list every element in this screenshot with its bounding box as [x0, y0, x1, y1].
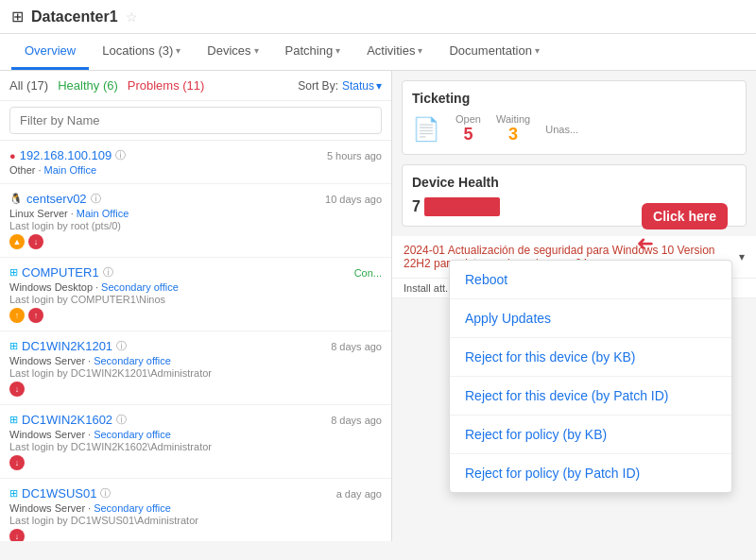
- sort-section: Sort By: Status ▾: [298, 79, 382, 93]
- device-login: Last login by COMPUTER1\Ninos: [9, 294, 382, 305]
- device-list: ● 192.168.100.109 ⓘ 5 hours ago Other · …: [0, 141, 391, 541]
- tab-locations[interactable]: Locations (3) ▾: [89, 34, 194, 70]
- list-item[interactable]: ⊞ DC1WSUS01 ⓘ a day ago Windows Server ·…: [0, 479, 391, 541]
- main-content: All (17) Healthy (6) Problems (11) Sort …: [0, 71, 756, 541]
- tab-patching[interactable]: Patching ▾: [272, 34, 354, 70]
- waiting-value: 3: [496, 125, 530, 144]
- ticket-waiting-stat: Waiting 3: [496, 113, 530, 144]
- nav-tabs: Overview Locations (3) ▾ Devices ▾ Patch…: [0, 34, 756, 71]
- device-type: Linux Server: [9, 208, 68, 219]
- tab-devices[interactable]: Devices ▾: [194, 34, 271, 70]
- windows-icon: ⊞: [9, 487, 18, 500]
- chevron-down-icon: ▾: [176, 45, 180, 56]
- filter-healthy[interactable]: Healthy (6): [58, 78, 118, 93]
- linux-icon: 🐧: [9, 193, 23, 205]
- sort-button[interactable]: Status ▾: [342, 79, 382, 93]
- windows-icon: ⊞: [9, 266, 18, 279]
- info-icon[interactable]: ⓘ: [116, 339, 127, 353]
- dropdown-reject-policy-patch[interactable]: Reject for policy (by Patch ID): [450, 454, 731, 492]
- info-icon[interactable]: ⓘ: [103, 265, 113, 280]
- info-icon[interactable]: ⓘ: [100, 486, 111, 501]
- left-panel: All (17) Healthy (6) Problems (11) Sort …: [0, 71, 392, 541]
- warning-icon: ▲: [9, 234, 25, 249]
- tab-overview[interactable]: Overview: [11, 34, 89, 70]
- tab-documentation[interactable]: Documentation ▾: [436, 34, 552, 70]
- page-title: Datacenter1: [31, 8, 118, 25]
- filter-problems[interactable]: Problems (11): [128, 78, 205, 93]
- device-type: Windows Desktop: [9, 281, 93, 293]
- tab-activities[interactable]: Activities ▾: [353, 34, 436, 70]
- info-icon[interactable]: ⓘ: [91, 192, 101, 206]
- open-label: Open: [455, 113, 481, 125]
- error-icon: ↑: [28, 308, 43, 323]
- search-input[interactable]: [9, 107, 382, 134]
- update-icon: ↑: [9, 308, 25, 323]
- dropdown-reboot[interactable]: Reboot: [450, 261, 731, 299]
- info-icon[interactable]: ⓘ: [115, 148, 126, 162]
- list-item[interactable]: ⊞ COMPUTER1 ⓘ Con... Windows Desktop · S…: [0, 258, 391, 331]
- list-item[interactable]: 🐧 centserv02 ⓘ 10 days ago Linux Server …: [0, 184, 391, 258]
- install-att-label: Install att...: [404, 282, 454, 294]
- device-login: Last login by root (pts/0): [9, 220, 382, 231]
- device-status: Con...: [354, 267, 382, 279]
- ticketing-card: Ticketing 📄 Open 5 Waiting 3 Unas...: [402, 80, 747, 155]
- device-time: 5 hours ago: [327, 150, 382, 161]
- device-office[interactable]: Secondary office: [101, 281, 179, 293]
- ticketing-title: Ticketing: [412, 91, 736, 106]
- device-health-title: Device Health: [412, 175, 736, 190]
- chevron-down-icon: ▾: [376, 79, 382, 93]
- device-time: a day ago: [336, 488, 382, 500]
- device-name-label: COMPUTER1: [22, 265, 99, 280]
- chevron-down-icon: ▾: [254, 45, 259, 56]
- filter-row: All (17) Healthy (6) Problems (11) Sort …: [0, 71, 391, 101]
- windows-icon: ⊞: [9, 340, 18, 352]
- device-name-label: DC1WSUS01: [22, 486, 96, 501]
- dropdown-reject-device-patch[interactable]: Reject for this device (by Patch ID): [450, 377, 731, 416]
- list-item[interactable]: ● 192.168.100.109 ⓘ 5 hours ago Other · …: [0, 141, 391, 184]
- device-office[interactable]: Secondary office: [94, 355, 171, 366]
- device-type: Other: [9, 164, 36, 176]
- favorite-icon[interactable]: ☆: [126, 9, 138, 25]
- error-icon: ↓: [28, 234, 43, 249]
- device-office[interactable]: Secondary office: [94, 502, 171, 514]
- error-icon: ↓: [9, 455, 25, 470]
- ticket-open-stat: Open 5: [455, 113, 481, 144]
- other-icon: ●: [9, 150, 16, 161]
- list-item[interactable]: ⊞ DC1WIN2K1602 ⓘ 8 days ago Windows Serv…: [0, 405, 391, 479]
- device-name-label: 192.168.100.109: [20, 148, 112, 162]
- device-office[interactable]: Main Office: [77, 208, 129, 219]
- unassigned-label: Unas...: [545, 124, 578, 135]
- error-icon: ↓: [9, 529, 25, 541]
- chevron-down-icon: ▾: [418, 45, 422, 56]
- ticket-unassigned-stat: Unas...: [545, 124, 578, 135]
- health-count: 7: [412, 198, 421, 215]
- device-name-label: DC1WIN2K1201: [22, 339, 112, 353]
- sort-label: Sort By:: [298, 79, 338, 93]
- device-time: 8 days ago: [331, 341, 382, 352]
- chevron-down-icon: ▾: [535, 45, 540, 56]
- health-bar: [424, 197, 500, 216]
- device-time: 8 days ago: [331, 415, 382, 426]
- arrow-icon: ➜: [637, 231, 654, 256]
- device-office[interactable]: Secondary office: [94, 429, 171, 440]
- info-icon[interactable]: ⓘ: [116, 413, 127, 427]
- dropdown-menu: Reboot Apply Updates Reject for this dev…: [449, 260, 732, 493]
- ticket-file-icon: 📄: [412, 116, 440, 143]
- chevron-down-icon[interactable]: ▾: [739, 250, 745, 263]
- dropdown-apply-updates[interactable]: Apply Updates: [450, 299, 731, 338]
- right-panel: Click here ➜ Ticketing 📄 Open 5 Waiting …: [392, 71, 756, 541]
- device-office[interactable]: Main Office: [44, 164, 96, 176]
- list-item[interactable]: ⊞ DC1WIN2K1201 ⓘ 8 days ago Windows Serv…: [0, 331, 391, 405]
- dropdown-reject-device-kb[interactable]: Reject for this device (by KB): [450, 338, 731, 377]
- device-login: Last login by DC1WIN2K1201\Administrator: [9, 367, 382, 379]
- chevron-down-icon: ▾: [335, 45, 340, 56]
- filter-all[interactable]: All (17): [9, 78, 48, 93]
- click-here-annotation[interactable]: Click here: [642, 203, 728, 229]
- error-icon: ↓: [9, 382, 25, 397]
- device-name-label: centserv02: [26, 192, 87, 206]
- datacenter-icon: ⊞: [11, 8, 24, 25]
- device-login: Last login by DC1WSUS01\Administrator: [9, 515, 382, 526]
- device-type: Windows Server: [9, 355, 85, 366]
- dropdown-reject-policy-kb[interactable]: Reject for policy (by KB): [450, 416, 731, 454]
- waiting-label: Waiting: [496, 113, 530, 125]
